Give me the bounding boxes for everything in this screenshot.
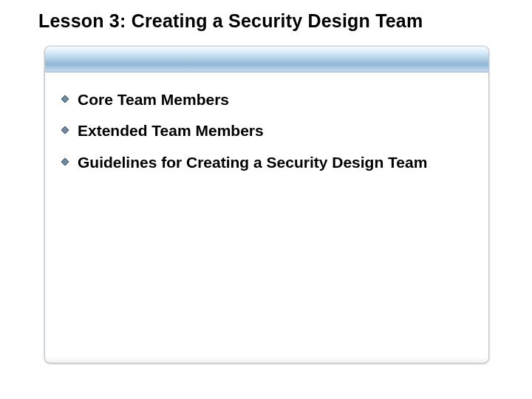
svg-marker-0: [61, 95, 69, 103]
panel-body: Core Team Members Extended Team Members: [45, 72, 488, 202]
bullet-diamond-icon: [61, 158, 69, 166]
bullet-label: Core Team Members: [78, 91, 229, 108]
content-panel: Core Team Members Extended Team Members: [44, 46, 489, 364]
panel-header-bar: [45, 47, 488, 72]
list-item: Core Team Members: [61, 90, 471, 109]
bullet-list: Core Team Members Extended Team Members: [61, 90, 471, 172]
slide: Lesson 3: Creating a Security Design Tea…: [0, 0, 532, 399]
list-item: Extended Team Members: [61, 121, 471, 140]
bullet-label: Guidelines for Creating a Security Desig…: [78, 154, 427, 171]
bullet-label: Extended Team Members: [78, 122, 264, 139]
panel-bottom-shadow: [45, 357, 488, 363]
bullet-diamond-icon: [61, 95, 69, 103]
slide-title: Lesson 3: Creating a Security Design Tea…: [38, 10, 502, 32]
svg-marker-2: [61, 158, 69, 166]
list-item: Guidelines for Creating a Security Desig…: [61, 153, 471, 172]
svg-marker-1: [61, 126, 69, 134]
bullet-diamond-icon: [61, 126, 69, 134]
